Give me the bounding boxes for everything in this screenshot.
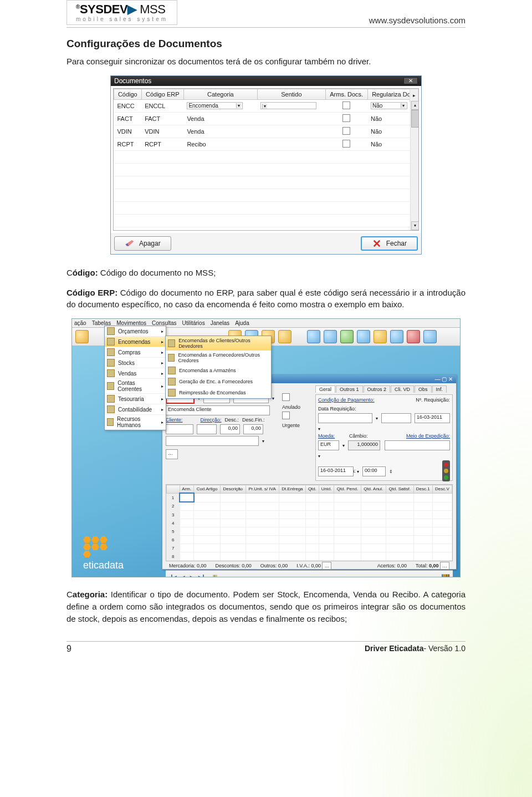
table-row[interactable]: [114, 189, 418, 201]
erp-tab[interactable]: Obs: [415, 385, 432, 393]
submenu-item[interactable]: Geração de Enc. a Fornecedores: [166, 376, 271, 387]
submenu-item[interactable]: Encomendas a Fornecedores/Outros Credore…: [166, 351, 271, 365]
erp-tab[interactable]: Outros 2: [364, 385, 391, 393]
input-n-req[interactable]: [381, 413, 411, 423]
grid-row[interactable]: 7: [167, 544, 452, 552]
input-cond-pag[interactable]: [318, 413, 372, 423]
submenu-item[interactable]: Reimpressão de Encomendas: [166, 387, 271, 398]
erp-menu-item[interactable]: Ajuda: [235, 320, 249, 326]
table-row[interactable]: [114, 227, 418, 231]
grid-col[interactable]: Cod.Artigo: [194, 485, 221, 494]
toolbar-icon[interactable]: [407, 330, 420, 343]
input-meio-exp[interactable]: [385, 440, 450, 450]
grid-col[interactable]: Qtd. Anul.: [361, 485, 386, 494]
input-data-req[interactable]: 16-03-2011: [415, 413, 450, 423]
dropdown-item[interactable]: Tesouraria▸: [105, 394, 166, 404]
checkbox[interactable]: [342, 140, 350, 148]
dropdown-item[interactable]: Compras▸: [105, 347, 166, 358]
submenu-item[interactable]: Encomendas de Clientes/Outros Devedores: [166, 336, 271, 351]
table-row[interactable]: RCPTRCPTReciboNão: [114, 138, 418, 150]
erp-menu-item[interactable]: ação: [74, 320, 86, 326]
checkbox-anulado[interactable]: [282, 393, 290, 401]
nav-first[interactable]: |◂: [169, 573, 178, 577]
toolbar-icon[interactable]: [390, 330, 403, 343]
input-hora[interactable]: 00:00: [362, 466, 386, 476]
apagar-button[interactable]: Apagar: [114, 236, 171, 251]
table-row[interactable]: [114, 150, 418, 163]
grid-row[interactable]: 2: [167, 502, 452, 511]
toolbar-icon[interactable]: [423, 330, 437, 343]
grid-row[interactable]: 5: [167, 527, 452, 536]
checkbox[interactable]: [342, 101, 350, 109]
submenu-item[interactable]: Encomendas a Armazéns: [166, 365, 271, 376]
grid-row[interactable]: 6: [167, 536, 452, 544]
erp-tab[interactable]: Cli. VD: [391, 385, 414, 393]
erp-tab[interactable]: Outros 1: [336, 385, 363, 393]
scroll-up-icon[interactable]: ▴: [411, 101, 419, 110]
input-desc-fin[interactable]: 0,00: [243, 424, 263, 434]
grid-col[interactable]: Dt.Entrega: [279, 485, 305, 494]
action-icon[interactable]: [216, 575, 217, 577]
column-scroll-right[interactable]: ▸: [410, 89, 418, 102]
checkbox[interactable]: [342, 127, 350, 135]
dropdown-item[interactable]: Contabilidade▸: [105, 404, 166, 415]
grid-row[interactable]: 4: [167, 519, 452, 527]
toolbar-icon[interactable]: [324, 330, 337, 343]
grid-col[interactable]: Descrição: [221, 485, 246, 494]
col-sentido[interactable]: Sentido: [257, 89, 325, 99]
dropdown-item[interactable]: Contas Correntes▸: [105, 379, 166, 394]
toolbar-icon[interactable]: [374, 330, 387, 343]
window-controls[interactable]: — ▢ ✕: [434, 376, 453, 382]
lookup-button[interactable]: …: [166, 449, 178, 459]
grid-row[interactable]: 1: [167, 493, 452, 502]
close-button[interactable]: ✕: [403, 77, 418, 84]
dropdown-item[interactable]: Vendas▸: [105, 368, 166, 379]
table-row[interactable]: ENCCENCCLEncomenda▾▾Não▾: [114, 99, 418, 112]
table-row[interactable]: [114, 176, 418, 189]
erp-tab[interactable]: Geral: [315, 385, 335, 393]
grid-col[interactable]: Desc.V: [432, 485, 452, 494]
grid-col[interactable]: Qtd. Pend.: [334, 485, 361, 494]
erp-tab[interactable]: Inf.: [432, 385, 447, 393]
input-data-entrega[interactable]: 16-03-2011: [318, 466, 354, 476]
toolbar-icon[interactable]: [278, 330, 291, 343]
checkbox[interactable]: [342, 114, 350, 122]
toolbar-icon[interactable]: [340, 330, 354, 343]
dropdown-item[interactable]: Recursos Humanos▸: [105, 415, 166, 430]
input-cliente[interactable]: [166, 424, 193, 434]
input-desc[interactable]: 0,00: [220, 424, 240, 434]
vertical-scrollbar[interactable]: ▴ ▾: [410, 101, 418, 230]
toolbar-icon[interactable]: [357, 330, 370, 343]
grid-col[interactable]: Desc.1: [413, 485, 432, 494]
table-row[interactable]: [114, 163, 418, 176]
dropdown-item[interactable]: Encomendas▸: [105, 337, 166, 347]
fechar-button[interactable]: Fechar: [361, 236, 418, 251]
grid-col[interactable]: Pr.Unit. s/ IVA: [245, 485, 279, 494]
grid-col[interactable]: Qtd.: [306, 485, 319, 494]
dropdown-item[interactable]: Orçamentos▸: [105, 326, 166, 337]
erp-menu-item[interactable]: Utilitários: [182, 320, 205, 326]
grid-row[interactable]: 3: [167, 511, 452, 519]
scroll-down-icon[interactable]: ▾: [411, 221, 419, 230]
nav-prev[interactable]: ◂: [180, 573, 187, 577]
col-arms[interactable]: Arms. Docs.: [325, 89, 367, 99]
toolbar-icon[interactable]: [75, 330, 89, 343]
grid-col[interactable]: Unid.: [319, 485, 334, 494]
col-categoria[interactable]: Categoria: [183, 89, 257, 99]
table-row[interactable]: VDINVDINVendaNão: [114, 125, 418, 138]
nav-next[interactable]: ▸: [188, 573, 196, 577]
checkbox-urgente[interactable]: [282, 412, 290, 419]
toolbar-icon[interactable]: [307, 330, 320, 343]
nav-last[interactable]: ▸|: [197, 573, 206, 577]
grid-col[interactable]: Arm.: [180, 485, 194, 494]
table-row[interactable]: FACTFACTVendaNão: [114, 112, 418, 125]
grid-col[interactable]: Qtd. Satisf.: [386, 485, 413, 494]
input-moeda[interactable]: EUR: [318, 440, 339, 450]
dropdown-item[interactable]: Stocks▸: [105, 358, 166, 368]
table-row[interactable]: [114, 214, 418, 227]
erp-menu-item[interactable]: Janelas: [211, 320, 229, 326]
col-codigo[interactable]: Código: [114, 89, 142, 99]
scroll-thumb[interactable]: [411, 110, 419, 128]
close-icon[interactable]: [448, 574, 449, 578]
table-row[interactable]: [114, 201, 418, 214]
